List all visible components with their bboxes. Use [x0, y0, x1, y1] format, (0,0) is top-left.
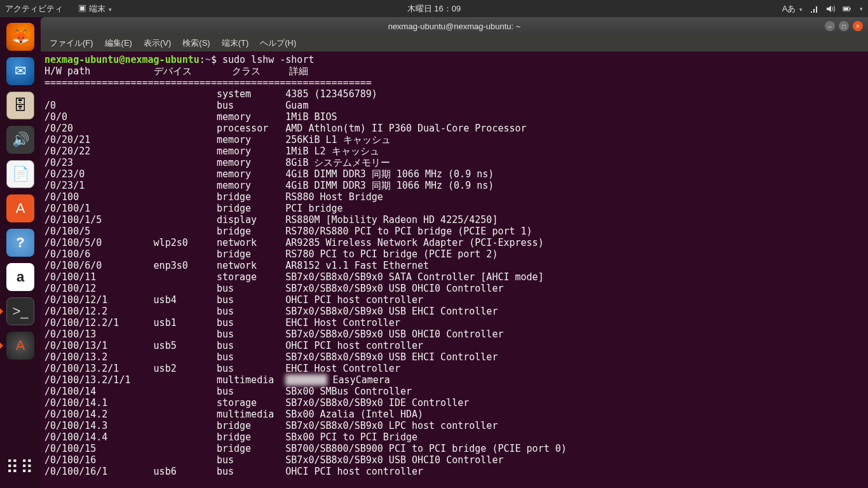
terminal-output[interactable]: nexmag-ubuntu@nexmag-ubuntu:~$ sudo lshw…	[41, 51, 868, 488]
shopping-bag-icon: A	[6, 194, 34, 222]
svg-rect-2	[844, 8, 848, 10]
thunderbird-icon: ✉	[6, 57, 34, 85]
menu-search[interactable]: 検索(S)	[179, 36, 214, 50]
svg-rect-1	[850, 8, 851, 10]
menu-edit[interactable]: 編集(E)	[101, 36, 136, 50]
dock-software-center[interactable]: A	[4, 193, 36, 224]
dock-show-apps[interactable]: ⠿⠿	[4, 451, 36, 483]
help-icon: ?	[6, 229, 34, 257]
amazon-icon: a	[6, 263, 34, 291]
chevron-down-icon: ▾	[799, 6, 803, 13]
updater-icon: A	[6, 332, 34, 360]
clock[interactable]: 木曜日 16：09	[407, 3, 461, 15]
files-icon: 🗄	[6, 92, 34, 119]
dock-rhythmbox[interactable]: 🔊	[4, 124, 36, 156]
system-menu-chevron-icon[interactable]: ▾	[860, 6, 863, 12]
window-close-button[interactable]: ×	[853, 21, 863, 31]
terminal-small-icon: ▣	[78, 4, 86, 13]
menu-help[interactable]: ヘルプ(H)	[256, 36, 300, 50]
dock-help[interactable]: ?	[4, 227, 36, 259]
firefox-icon: 🦊	[6, 23, 34, 51]
network-icon[interactable]	[809, 4, 819, 14]
chevron-down-icon: ▾	[109, 6, 112, 13]
dock-firefox[interactable]: 🦊	[4, 21, 36, 53]
maximize-icon: □	[842, 23, 846, 30]
input-method-label: Aあ	[782, 4, 796, 13]
menu-terminal[interactable]: 端末(T)	[218, 36, 253, 50]
terminal-icon: >_	[6, 297, 34, 325]
terminal-menubar: ファイル(F) 編集(E) 表示(V) 検索(S) 端末(T) ヘルプ(H)	[41, 35, 868, 51]
app-menu-label: 端末	[89, 4, 105, 13]
dock-software-updater[interactable]: A	[4, 330, 36, 362]
window-minimize-button[interactable]: –	[825, 21, 835, 31]
input-method-indicator[interactable]: Aあ ▾	[782, 3, 803, 15]
apps-grid-icon: ⠿⠿	[6, 453, 34, 481]
document-icon: 📄	[6, 160, 34, 188]
terminal-window: nexmag-ubuntu@nexmag-ubuntu: ~ – □ × ファイ…	[41, 17, 868, 488]
dock: 🦊 ✉ 🗄 🔊 📄 A ? a >_ A ⠿⠿	[0, 17, 41, 488]
menu-view[interactable]: 表示(V)	[140, 36, 175, 50]
dock-libreoffice-writer[interactable]: 📄	[4, 158, 36, 190]
battery-icon[interactable]	[842, 4, 852, 14]
dock-thunderbird[interactable]: ✉	[4, 55, 36, 87]
dock-amazon[interactable]: a	[4, 261, 36, 293]
menu-file[interactable]: ファイル(F)	[46, 36, 97, 50]
close-icon: ×	[856, 23, 860, 30]
gnome-topbar: アクティビティ ▣ 端末 ▾ 木曜日 16：09 Aあ ▾ ▾	[0, 0, 868, 17]
speaker-icon: 🔊	[6, 126, 34, 154]
window-title: nexmag-ubuntu@nexmag-ubuntu: ~	[388, 22, 521, 31]
app-menu[interactable]: ▣ 端末 ▾	[78, 3, 112, 15]
window-maximize-button[interactable]: □	[839, 21, 849, 31]
minimize-icon: –	[828, 23, 832, 30]
activities-button[interactable]: アクティビティ	[5, 3, 63, 15]
volume-icon[interactable]	[825, 4, 836, 14]
dock-terminal[interactable]: >_	[4, 295, 36, 327]
dock-files[interactable]: 🗄	[4, 90, 36, 121]
window-titlebar[interactable]: nexmag-ubuntu@nexmag-ubuntu: ~ – □ ×	[41, 17, 868, 35]
